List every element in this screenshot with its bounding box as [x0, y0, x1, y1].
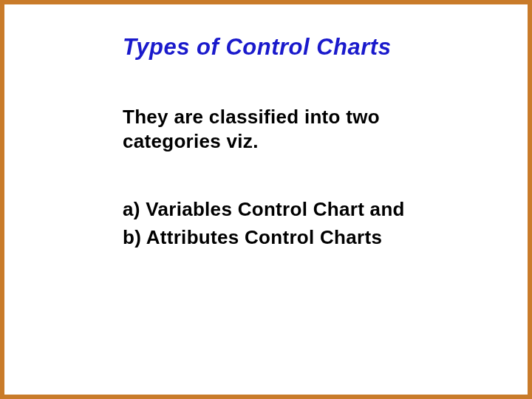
slide-frame: Types of Control Charts They are classif…	[0, 0, 532, 399]
slide-content: Types of Control Charts They are classif…	[123, 34, 477, 251]
slide-title: Types of Control Charts	[123, 34, 477, 61]
list-item: a) Variables Control Chart and	[123, 196, 477, 224]
list-item: b) Attributes Control Charts	[123, 224, 477, 252]
slide-intro: They are classified into two categories …	[123, 105, 477, 153]
